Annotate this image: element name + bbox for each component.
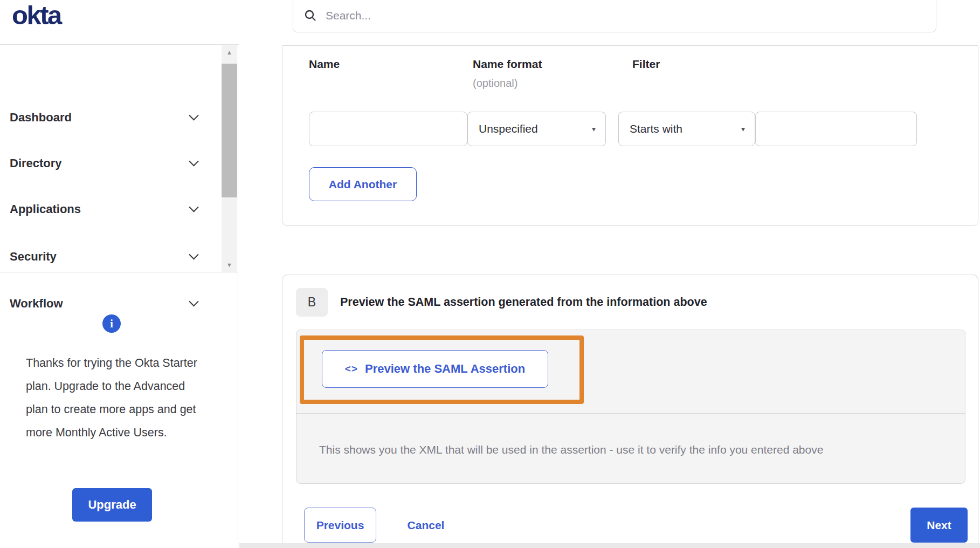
search-input[interactable] [326,9,541,22]
preview-saml-assertion-button[interactable]: <> Preview the SAML Assertion [322,350,548,388]
global-search[interactable] [293,0,936,32]
upsell-text: Thanks for trying the Okta Starter plan.… [26,352,209,444]
sidebar-item-label: Directory [10,156,62,170]
filter-value-input[interactable] [755,112,917,146]
dropdown-caret-icon: ▾ [592,125,596,133]
sidebar-item-applications[interactable]: Applications [10,197,197,221]
sidebar-item-dashboard[interactable]: Dashboard [10,106,197,129]
scrollbar-thumb[interactable] [222,64,237,197]
preview-button-label: Preview the SAML Assertion [365,362,525,376]
panel-divider [296,413,965,414]
name-format-hint: (optional) [473,77,517,90]
filter-operator-select[interactable]: Starts with ▾ [618,112,755,146]
chevron-down-icon [189,202,198,212]
scroll-down-icon[interactable]: ▼ [222,261,237,269]
search-icon [304,9,317,22]
saml-preview-card: B Preview the SAML assertion generated f… [282,275,978,548]
preview-description: This shows you the XML that will be used… [319,443,958,456]
scroll-up-icon[interactable]: ▲ [222,49,237,56]
sidebar-scrollbar[interactable]: ▲ ▼ [222,45,237,272]
name-input[interactable] [309,112,467,146]
add-another-button[interactable]: Add Another [309,167,417,201]
info-icon: i [102,314,121,333]
name-format-select[interactable]: Unspecified ▾ [467,112,606,146]
filter-operator-selected-value: Starts with [630,122,682,135]
name-format-column-label: Name format [473,58,542,71]
section-b-title: Preview the SAML assertion generated fro… [340,296,707,309]
sidebar-item-workflow[interactable]: Workflow [10,292,197,316]
next-button[interactable]: Next [910,508,968,543]
name-format-selected-value: Unspecified [479,122,538,135]
sidebar-border [238,45,238,548]
chevron-down-icon [189,250,198,259]
attribute-statements-card: Name Name format (optional) Filter Unspe… [282,45,978,226]
filter-column-label: Filter [632,58,660,71]
cancel-button[interactable]: Cancel [394,508,458,543]
previous-button[interactable]: Previous [304,508,376,543]
chevron-down-icon [189,111,198,120]
sidebar-item-security[interactable]: Security [10,245,197,269]
page-fold-strip [239,543,980,548]
name-column-label: Name [309,58,340,71]
sidebar-item-directory[interactable]: Directory [10,152,197,175]
sidebar-item-label: Security [10,250,57,264]
okta-admin-page: okta Dashboard Directory Applications Se… [0,0,980,548]
chevron-down-icon [189,297,198,306]
chevron-down-icon [189,156,198,166]
okta-logo: okta [12,0,61,30]
sidebar-item-label: Applications [10,202,81,216]
sidebar-item-label: Workflow [10,297,63,311]
code-icon: <> [345,363,358,375]
upgrade-button[interactable]: Upgrade [72,488,152,522]
sidebar-nav: Dashboard Directory Applications Securit… [0,45,238,272]
sidebar-item-label: Dashboard [10,111,72,125]
section-b-badge: B [296,288,328,317]
dropdown-caret-icon: ▾ [741,125,745,133]
